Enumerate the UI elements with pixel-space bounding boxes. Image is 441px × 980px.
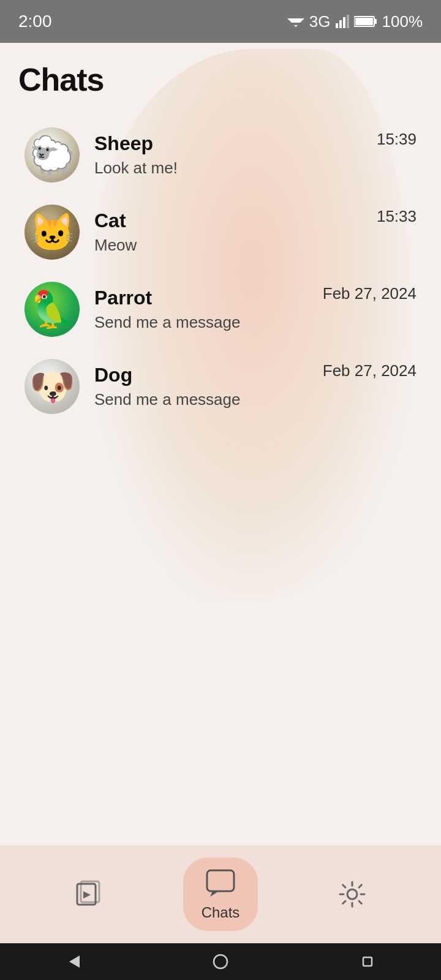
nav-item-settings[interactable] — [318, 869, 386, 920]
avatar-parrot — [24, 282, 80, 337]
chat-preview-parrot: Send me a message — [94, 313, 315, 332]
svg-point-15 — [347, 889, 357, 899]
chat-name-parrot: Parrot — [94, 287, 315, 309]
svg-rect-18 — [363, 957, 372, 966]
chat-info-parrot: ParrotSend me a message — [94, 287, 315, 332]
svg-rect-6 — [347, 15, 349, 28]
page-title: Chats — [18, 61, 423, 98]
chat-info-dog: DogSend me a message — [94, 364, 315, 409]
status-icons: 3G 100% — [287, 12, 423, 31]
wifi-icon — [287, 15, 304, 28]
media-icon — [73, 878, 105, 910]
chat-list: SheepLook at me!15:39CatMeow15:33ParrotS… — [18, 116, 423, 425]
chat-icon — [205, 867, 236, 899]
svg-rect-3 — [336, 23, 338, 28]
chat-time-dog: Feb 27, 2024 — [323, 359, 417, 380]
svg-point-17 — [214, 955, 227, 968]
chat-time-sheep: 15:39 — [377, 127, 417, 149]
chat-name-dog: Dog — [94, 364, 315, 386]
chat-name-cat: Cat — [94, 209, 369, 232]
nav-item-chats[interactable]: Chats — [183, 858, 258, 931]
svg-marker-2 — [294, 25, 298, 27]
svg-marker-16 — [69, 956, 80, 968]
chat-preview-cat: Meow — [94, 236, 369, 255]
nav-item-media[interactable] — [55, 869, 123, 920]
chat-info-sheep: SheepLook at me! — [94, 132, 369, 178]
avatar-sheep — [24, 127, 80, 183]
back-button[interactable] — [58, 946, 89, 977]
chat-info-cat: CatMeow — [94, 209, 369, 255]
nav-label-chats: Chats — [202, 904, 240, 921]
main-content: Chats SheepLook at me!15:39CatMeow15:33P… — [0, 43, 441, 845]
svg-rect-8 — [374, 19, 377, 24]
chat-time-parrot: Feb 27, 2024 — [323, 282, 417, 303]
chat-item-sheep[interactable]: SheepLook at me!15:39 — [18, 116, 423, 194]
status-bar: 2:00 3G 100% — [0, 0, 441, 43]
battery-icon — [354, 15, 377, 28]
svg-rect-5 — [343, 17, 345, 28]
settings-icon — [336, 878, 368, 910]
chat-name-sheep: Sheep — [94, 132, 369, 155]
network-type: 3G — [309, 12, 331, 31]
avatar-cat — [24, 205, 80, 260]
chat-item-cat[interactable]: CatMeow15:33 — [18, 194, 423, 271]
chat-preview-sheep: Look at me! — [94, 159, 369, 178]
home-button[interactable] — [205, 946, 236, 977]
recents-button[interactable] — [352, 946, 383, 977]
svg-rect-4 — [339, 20, 342, 28]
chat-time-cat: 15:33 — [377, 205, 417, 226]
svg-rect-13 — [207, 870, 234, 891]
avatar-dog — [24, 359, 80, 414]
chat-item-parrot[interactable]: ParrotSend me a messageFeb 27, 2024 — [18, 271, 423, 348]
svg-rect-9 — [355, 18, 373, 25]
chat-item-dog[interactable]: DogSend me a messageFeb 27, 2024 — [18, 348, 423, 425]
battery-percent: 100% — [382, 12, 423, 31]
android-nav — [0, 943, 441, 980]
svg-marker-12 — [83, 891, 91, 899]
bottom-nav: Chats — [0, 845, 441, 943]
signal-icon — [336, 15, 349, 28]
chat-preview-dog: Send me a message — [94, 390, 315, 409]
status-time: 2:00 — [18, 12, 52, 31]
